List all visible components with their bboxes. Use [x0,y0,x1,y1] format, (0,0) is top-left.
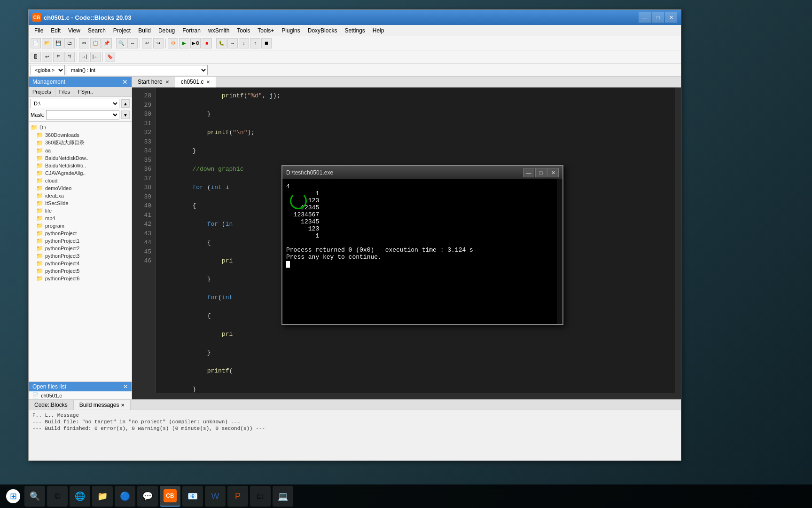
tb-search[interactable]: 🔍 [116,38,126,48]
editor-scrollbar[interactable] [675,87,681,393]
tb-build[interactable]: ⚙ [168,38,178,48]
tb-stop[interactable]: ■ [202,38,212,48]
tb2-manage[interactable]: 🗄 [31,52,41,62]
tb-replace[interactable]: ↔ [127,38,138,48]
tb-redo[interactable]: ↪ [153,38,164,48]
menu-project[interactable]: Project [109,26,134,35]
tb-run[interactable]: ▶ [179,38,189,48]
tb-build-run[interactable]: ▶⚙ [190,38,201,48]
menu-tools-plus[interactable]: Tools+ [254,26,278,35]
tb2-undo[interactable]: ↩ [42,52,52,62]
tree-item-cloud[interactable]: 📁 cloud [29,177,132,184]
tree-item-cjava[interactable]: 📁 CJAVAgradeAlig.. [29,169,132,177]
tab-start-close[interactable]: ✕ [165,79,169,85]
tree-item-py1[interactable]: 📁 pythonProject1 [29,237,132,245]
tb-paste[interactable]: 📌 [102,38,112,48]
tb-save[interactable]: 💾 [53,38,63,48]
tree-item-itsec[interactable]: 📁 ItSecSlide [29,199,132,207]
console-maximize[interactable]: □ [535,168,547,177]
tb-copy[interactable]: 📋 [90,38,101,48]
tb2-indent[interactable]: →| [79,52,89,62]
tb2-bookmark[interactable]: 🔖 [105,52,115,62]
tab-ch0501-close[interactable]: ✕ [206,79,210,85]
sidebar-tab-projects[interactable]: Projects [29,87,55,96]
tree-item-baiduwp[interactable]: 📁 BaiduNetdiskWo.. [29,162,132,169]
menu-view[interactable]: View [64,26,84,35]
tree-item-idea[interactable]: 📁 ideaExa [29,192,132,199]
taskbar-taskview[interactable]: ⧉ [47,486,68,507]
tb2-unindent[interactable]: |← [90,52,101,62]
taskbar-codeblocks[interactable]: CB [160,486,180,507]
menu-build[interactable]: Build [134,26,155,35]
horizontal-scrollbar[interactable] [132,393,681,399]
tb2-uncomment[interactable]: */ [64,52,75,62]
mask-apply-btn[interactable]: ▼ [121,111,130,119]
tree-item-py[interactable]: 📁 pythonProject [29,230,132,237]
drive-up-btn[interactable]: ▲ [121,99,130,108]
open-files-close[interactable]: ✕ [123,383,128,390]
maximize-button[interactable]: □ [652,12,664,23]
menu-fortran[interactable]: Fortran [179,26,204,35]
menu-help[interactable]: Help [369,26,388,35]
menu-settings[interactable]: Settings [341,26,368,35]
bottom-tab-codeblocks[interactable]: Code::Blocks [29,400,74,410]
tree-item-py6[interactable]: 📁 pythonProject6 [29,275,132,282]
tb-cut[interactable]: ✂ [79,38,89,48]
taskbar-word[interactable]: W [205,486,226,507]
tb-undo[interactable]: ↩ [142,38,152,48]
drive-select[interactable]: D:\ [31,99,119,108]
tree-item-py2[interactable]: 📁 pythonProject2 [29,245,132,252]
open-file-ch0501[interactable]: 📄 ch0501.c [29,391,132,399]
taskbar-app1[interactable]: 🗂 [250,486,271,507]
tb-debug-stop[interactable]: ⏹ [261,38,272,48]
taskbar-chrome[interactable]: 🔵 [115,486,135,507]
taskbar-explorer[interactable]: 📁 [92,486,113,507]
tb-debug[interactable]: 🐛 [216,38,226,48]
tree-item-aa[interactable]: 📁 aa [29,147,132,154]
taskbar-mail[interactable]: 📧 [182,486,203,507]
tree-item-360drv[interactable]: 📁 360驱动大师目录 [29,139,132,147]
menu-edit[interactable]: Edit [47,26,64,35]
tree-item-root[interactable]: 📁 D:\ [29,124,132,131]
tree-item-py5[interactable]: 📁 pythonProject5 [29,267,132,275]
tb-open[interactable]: 📂 [42,38,52,48]
menu-wxsmith[interactable]: wxSmith [204,26,233,35]
tree-item-program[interactable]: 📁 program [29,222,132,230]
tree-item-mp4[interactable]: 📁 mp4 [29,214,132,222]
taskbar-edge[interactable]: 🌐 [70,486,90,507]
tree-item-baidudl[interactable]: 📁 BaiduNetdiskDow.. [29,154,132,162]
sidebar-close[interactable]: ✕ [122,79,128,85]
mask-select[interactable] [46,110,119,119]
tb-debug-out[interactable]: ↑ [250,38,260,48]
tab-start-here[interactable]: Start here ✕ [132,77,175,87]
tb2-comment[interactable]: /* [53,52,63,62]
taskbar-app2[interactable]: 💻 [273,486,293,507]
menu-plugins[interactable]: Plugins [278,26,304,35]
tree-item-py4[interactable]: 📁 pythonProject4 [29,260,132,267]
console-minimize[interactable]: — [523,168,534,177]
tree-item-life[interactable]: 📁 life [29,207,132,214]
menu-search[interactable]: Search [84,26,109,35]
tree-item-demo[interactable]: 📁 demoVIdeo [29,184,132,192]
console-scrollbar[interactable] [557,179,562,324]
taskbar-msg[interactable]: 💬 [137,486,158,507]
menu-doxy[interactable]: DoxyBlocks [304,26,341,35]
taskbar-ppt[interactable]: P [227,486,248,507]
start-button[interactable]: ⊞ [4,487,23,506]
sidebar-tab-fsyn[interactable]: FSyn.. [74,87,97,96]
tb-new[interactable]: 📄 [31,38,41,48]
tb-debug-step[interactable]: ↓ [239,38,249,48]
menu-file[interactable]: File [31,26,47,35]
bottom-tab-build[interactable]: Build messages ✕ [74,400,131,410]
tab-ch0501[interactable]: ch0501.c ✕ [175,77,217,87]
console-close[interactable]: ✕ [547,168,559,177]
function-scope-select[interactable]: main() : int [67,65,208,75]
menu-tools[interactable]: Tools [233,26,254,35]
tb-save-all[interactable]: 🗂 [64,38,75,48]
minimize-button[interactable]: — [639,12,651,23]
sidebar-tab-files[interactable]: Files [55,87,74,96]
tree-item-360dl[interactable]: 📁 360Downloads [29,131,132,139]
tb-debug-next[interactable]: → [227,38,238,48]
taskbar-search[interactable]: 🔍 [24,486,45,507]
global-scope-select[interactable]: <global> [31,65,65,75]
